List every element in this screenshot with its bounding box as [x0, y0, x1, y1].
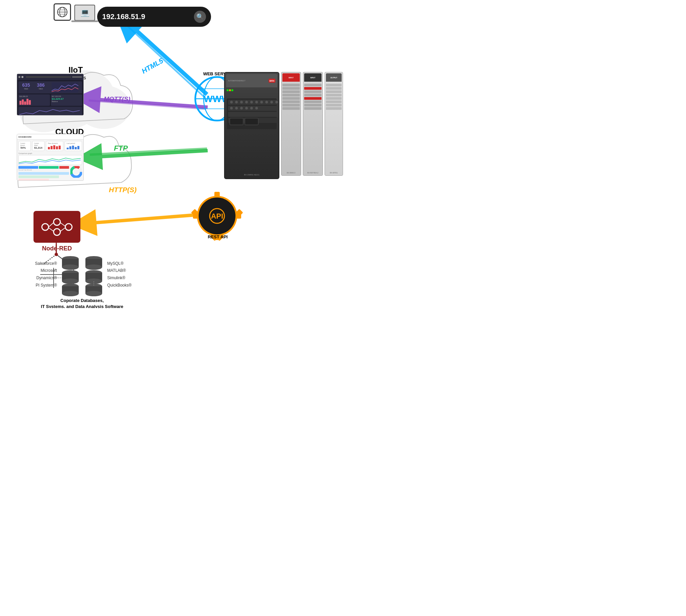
svg-point-59	[230, 101, 233, 104]
salesforce-label: Salesforce®	[20, 260, 57, 267]
svg-point-63	[250, 101, 253, 104]
svg-line-82	[60, 223, 65, 226]
svg-rect-44	[56, 146, 58, 149]
svg-rect-41	[48, 147, 50, 149]
svg-point-95	[62, 291, 79, 296]
corp-db-label: Coporate Databases,IT Systems, and Data …	[7, 298, 157, 308]
svg-point-69	[230, 107, 233, 109]
svg-line-9	[90, 149, 207, 155]
svg-line-84	[60, 228, 65, 231]
svg-rect-25	[214, 192, 220, 199]
svg-point-24	[197, 196, 237, 236]
mqtt-label: MQTT(S)	[104, 95, 130, 103]
svg-point-34	[210, 208, 224, 223]
svg-point-62	[245, 101, 248, 104]
https-label: HTTP(S)	[109, 186, 137, 194]
laptop-icon: 💻	[74, 5, 95, 21]
node-red-label: Node-RED	[30, 245, 84, 252]
ip-address: 192.168.51.9	[102, 13, 194, 21]
svg-rect-76	[245, 118, 258, 125]
plc-device: AUTOMATIONDIRECT BRX // Just render the …	[214, 65, 338, 186]
svg-rect-42	[50, 146, 52, 149]
svg-point-77	[42, 224, 48, 230]
svg-point-70	[235, 107, 238, 109]
svg-line-8	[89, 151, 208, 157]
svg-line-81	[48, 223, 53, 227]
svg-line-10	[83, 214, 204, 224]
svg-rect-48	[72, 146, 74, 149]
svg-rect-29	[234, 209, 243, 217]
node-red-box	[34, 211, 80, 243]
svg-point-67	[270, 101, 273, 104]
svg-text:API: API	[211, 212, 223, 220]
svg-point-64	[255, 101, 258, 104]
svg-rect-57	[228, 112, 278, 117]
dynamics-label: MicrosoftDynamics®	[20, 267, 57, 282]
svg-point-74	[255, 107, 258, 109]
quickbooks-label: QuickBooks®	[107, 282, 144, 289]
svg-line-83	[48, 228, 53, 231]
address-bar[interactable]: 192.168.51.9 🔍	[97, 7, 211, 27]
iiot-dashboard: 635 Value 386 Value $1	[17, 74, 84, 115]
databases-area: Salesforce® MicrosoftDynamics® PI System…	[7, 253, 157, 308]
diagram-container: WWW API	[0, 0, 343, 308]
svg-point-2	[77, 85, 131, 129]
svg-line-4	[126, 21, 207, 94]
svg-point-71	[240, 107, 243, 109]
svg-point-92	[62, 279, 79, 284]
svg-rect-28	[193, 213, 200, 219]
html5-label: HTML5	[140, 57, 165, 75]
mysql-label: MySQL®	[107, 260, 144, 267]
svg-rect-75	[230, 118, 243, 125]
svg-point-33	[199, 198, 235, 234]
svg-rect-50	[78, 146, 79, 149]
svg-point-80	[53, 229, 60, 235]
cloud-dashboard: DASHBOARD Lorem ipsum 54% Lorem label $1…	[17, 134, 84, 181]
browser-section: 💻 192.168.51.9 🔍	[44, 3, 95, 22]
svg-point-79	[65, 224, 72, 230]
svg-point-89	[62, 264, 79, 270]
svg-rect-46	[67, 148, 69, 149]
svg-point-65	[260, 101, 263, 104]
svg-line-5	[124, 23, 204, 97]
svg-point-61	[240, 101, 243, 104]
pi-system-label: PI System®	[20, 282, 57, 289]
svg-rect-27	[234, 213, 241, 219]
svg-point-78	[53, 219, 60, 225]
www-icon	[53, 3, 71, 21]
svg-rect-47	[69, 146, 71, 149]
svg-point-66	[265, 101, 268, 104]
matlab-label: MATLAB®Simulink®	[107, 267, 144, 282]
svg-point-68	[275, 101, 278, 104]
svg-rect-45	[59, 146, 61, 149]
svg-point-73	[250, 107, 253, 109]
rest-api-label: REST API	[201, 234, 234, 239]
svg-point-72	[245, 107, 248, 109]
svg-point-60	[235, 101, 238, 104]
svg-rect-43	[53, 145, 55, 149]
svg-point-98	[85, 264, 102, 270]
svg-rect-30	[191, 209, 199, 217]
ftp-label: FTP	[114, 144, 128, 153]
svg-rect-49	[75, 147, 77, 149]
search-icon[interactable]: 🔍	[194, 11, 206, 23]
svg-point-104	[85, 291, 102, 296]
